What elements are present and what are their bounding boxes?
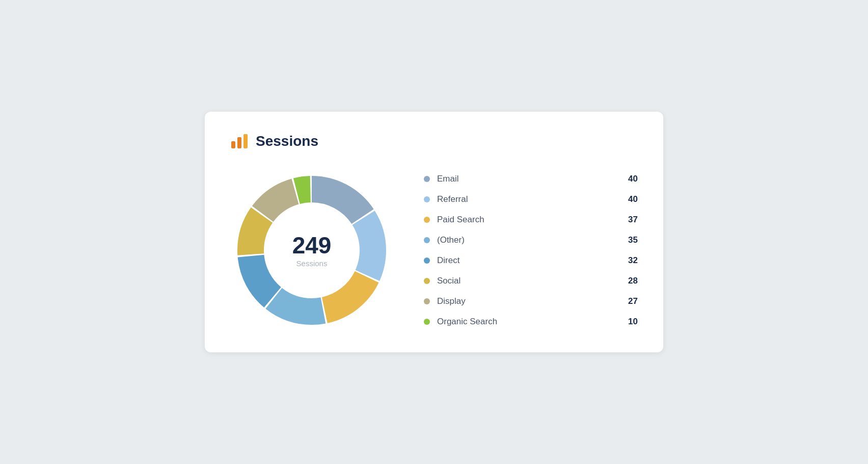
legend-dot: [424, 217, 430, 223]
sessions-card: Sessions 249 Sessions Email40Referral40P…: [205, 112, 663, 352]
svg-rect-0: [231, 141, 235, 148]
page-title: Sessions: [256, 133, 318, 149]
legend-item-name: Social: [437, 276, 619, 286]
svg-rect-2: [243, 134, 248, 148]
legend-dot: [424, 319, 430, 325]
legend-item: Social28: [424, 271, 638, 291]
legend-item-value: 10: [619, 317, 638, 327]
legend-dot: [424, 176, 430, 182]
main-content: 249 Sessions Email40Referral40Paid Searc…: [230, 169, 638, 332]
legend-item: Referral40: [424, 189, 638, 210]
legend-item-value: 37: [619, 215, 638, 225]
legend-item-name: Email: [437, 174, 619, 184]
legend-dot: [424, 196, 430, 202]
legend-item-name: Referral: [437, 194, 619, 204]
legend-item: Paid Search37: [424, 210, 638, 230]
legend-item-value: 28: [619, 276, 638, 286]
legend-item-name: (Other): [437, 235, 619, 245]
legend-item-value: 35: [619, 235, 638, 245]
svg-rect-1: [237, 137, 241, 148]
card-header: Sessions: [230, 132, 638, 150]
legend-dot: [424, 257, 430, 264]
legend-item: (Other)35: [424, 230, 638, 250]
legend-item: Direct32: [424, 250, 638, 271]
legend-item-name: Display: [437, 296, 619, 306]
analytics-icon: [230, 132, 249, 150]
legend-dot: [424, 278, 430, 284]
legend-item-value: 40: [619, 194, 638, 204]
legend-dot: [424, 298, 430, 304]
legend-item-value: 40: [619, 174, 638, 184]
legend-item: Email40: [424, 169, 638, 189]
total-value: 249: [292, 234, 332, 257]
legend-item-name: Direct: [437, 255, 619, 266]
legend: Email40Referral40Paid Search37(Other)35D…: [424, 169, 638, 332]
legend-item: Organic Search10: [424, 312, 638, 332]
legend-item-name: Paid Search: [437, 215, 619, 225]
legend-item-value: 27: [619, 296, 638, 306]
donut-chart: 249 Sessions: [230, 169, 393, 332]
legend-item: Display27: [424, 291, 638, 312]
legend-item-value: 32: [619, 255, 638, 266]
legend-item-name: Organic Search: [437, 317, 619, 327]
total-label: Sessions: [292, 259, 332, 268]
legend-dot: [424, 237, 430, 243]
donut-center: 249 Sessions: [292, 234, 332, 268]
